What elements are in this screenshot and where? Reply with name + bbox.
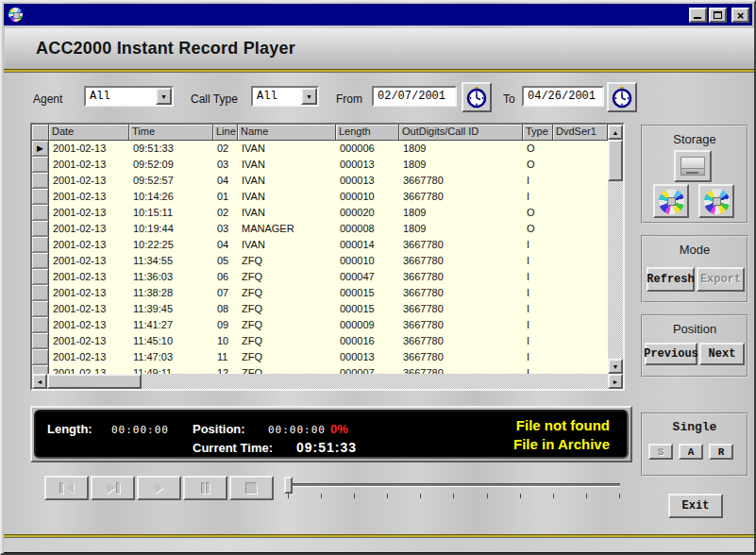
r-button[interactable]: R [709,444,733,460]
table-row[interactable]: 2001-02-1311:47:0311ZFQ0000133667780I [32,349,608,365]
cell-type: I [523,253,553,269]
call-type-combobox[interactable]: All ▼ [251,86,319,107]
storage-groupbox: Storage [641,125,748,224]
row-selector[interactable] [32,349,49,365]
table-row[interactable]: 2001-02-1311:41:2709ZFQ0000093667780I [32,317,608,333]
row-selector[interactable] [32,317,49,333]
row-selector[interactable] [32,269,49,285]
row-selector[interactable] [32,285,49,301]
scroll-left-button[interactable]: ◄ [32,374,47,389]
row-selector[interactable] [32,237,49,253]
stop-button[interactable] [229,476,274,500]
row-selector[interactable] [32,205,49,221]
cell-dvd [553,349,608,365]
row-selector[interactable] [32,365,49,374]
cell-digits: 1809 [399,221,523,237]
table-row[interactable]: 2001-02-1311:38:2807ZFQ0000153667780I [32,285,608,301]
table-row[interactable]: 2001-02-1310:15:1102IVAN0000201809O [32,205,608,221]
row-selector[interactable] [32,173,49,189]
minimize-button[interactable] [689,8,707,23]
seek-slider-track[interactable] [288,483,620,486]
display-frame: Length: 00:00:00 Position: 00:00:00 0% C… [30,406,632,462]
cell-date: 2001-02-13 [49,333,129,349]
row-selector[interactable] [32,157,49,173]
cd-storage-button-1[interactable] [653,184,689,218]
previous-button[interactable]: Previous [645,343,697,365]
table-row[interactable]: 2001-02-1309:52:0903IVAN0000131809O [32,157,608,173]
agent-dropdown-button[interactable]: ▼ [156,88,172,105]
status-message: File not found File in Archive [513,416,610,454]
export-button[interactable]: Export [697,267,745,292]
call-type-dropdown-button[interactable]: ▼ [301,88,317,105]
table-row[interactable]: 2001-02-1311:39:4508ZFQ0000153667780I [32,301,608,317]
row-selector[interactable] [32,189,49,205]
column-header-length: Length [336,125,399,141]
close-button[interactable]: × [731,8,749,23]
skip-back-button[interactable] [44,476,89,500]
cell-length: 000009 [336,317,399,333]
scroll-up-button[interactable]: ▲ [608,125,623,140]
agent-combobox[interactable]: All ▼ [84,86,174,107]
horizontal-scrollbar-thumb[interactable] [47,374,142,389]
pause-icon [202,483,205,494]
position-percent: 0% [330,422,348,436]
refresh-button[interactable]: Refresh [647,267,695,292]
cell-type: I [523,349,553,365]
page-title: ACC2000 Instant Record Player [36,39,295,59]
seek-slider-thumb[interactable] [284,477,293,494]
cell-date: 2001-02-13 [49,349,129,365]
cell-dvd [553,141,608,157]
next-button[interactable]: Next [699,343,745,365]
cell-date: 2001-02-13 [49,269,129,285]
hard-drive-button[interactable] [674,150,712,182]
scroll-down-button[interactable]: ▼ [608,359,623,374]
play-button[interactable] [137,476,181,500]
table-row[interactable]: 2001-02-1310:14:2601IVAN0000103667780I [32,189,608,205]
cell-length: 000013 [336,157,399,173]
row-selector[interactable] [32,221,49,237]
cell-time: 09:51:33 [129,141,213,157]
call-type-value: All [257,90,277,103]
from-calendar-button[interactable] [462,82,492,112]
pause-button[interactable] [183,476,227,500]
cell-name: IVAN [238,141,336,157]
row-selector[interactable] [32,333,49,349]
from-date-input[interactable]: 02/07/2001 [372,86,457,107]
a-button[interactable]: A [679,444,703,460]
row-selector[interactable] [32,253,49,269]
title-bar[interactable]: × [4,4,752,25]
skip-back-icon [65,482,74,494]
skip-forward-button[interactable] [91,476,135,500]
table-row[interactable]: 2001-02-1311:49:1112ZFQ0000073667780I [32,365,608,374]
current-time-label: Current Time: [193,441,273,455]
table-row[interactable]: 2001-02-1310:19:4403MANAGER0000081809O [32,221,608,237]
vertical-scrollbar-thumb[interactable] [608,140,623,181]
position-value: 00:00:00 [268,424,326,436]
cd-icon [704,189,730,214]
cd-storage-button-2[interactable] [698,184,734,218]
cell-length: 000013 [336,349,399,365]
cd-app-icon[interactable] [8,8,23,22]
row-selector[interactable]: ▶ [32,141,49,157]
cell-date: 2001-02-13 [49,253,129,269]
vertical-scrollbar[interactable]: ▲ ▼ [608,125,623,374]
maximize-button[interactable] [709,8,727,23]
cell-type: O [523,221,553,237]
table-row[interactable]: 2001-02-1309:52:5704IVAN0000133667780I [32,173,608,189]
scroll-right-button[interactable]: ► [608,374,623,389]
table-row[interactable]: 2001-02-1311:45:1010ZFQ0000163667780I [32,333,608,349]
table-row[interactable]: 2001-02-1311:36:0306ZFQ0000473667780I [32,269,608,285]
hard-drive-icon [680,157,705,176]
exit-button[interactable]: Exit [668,494,723,518]
chevron-down-icon: ▼ [306,93,312,100]
horizontal-scrollbar[interactable]: ◄ ► [32,374,623,389]
to-calendar-button[interactable] [607,82,637,112]
table-row[interactable]: ▶2001-02-1309:51:3302IVAN0000061809O [32,141,608,157]
row-selector[interactable] [32,301,49,317]
s-button[interactable]: S [648,444,673,460]
to-date-input[interactable]: 04/26/2001 [522,86,604,107]
cell-date: 2001-02-13 [49,285,129,301]
cell-time: 10:22:25 [129,237,213,253]
table-row[interactable]: 2001-02-1310:22:2504IVAN0000143667780I [32,237,608,253]
table-row[interactable]: 2001-02-1311:34:5505ZFQ0000103667780I [32,253,608,269]
